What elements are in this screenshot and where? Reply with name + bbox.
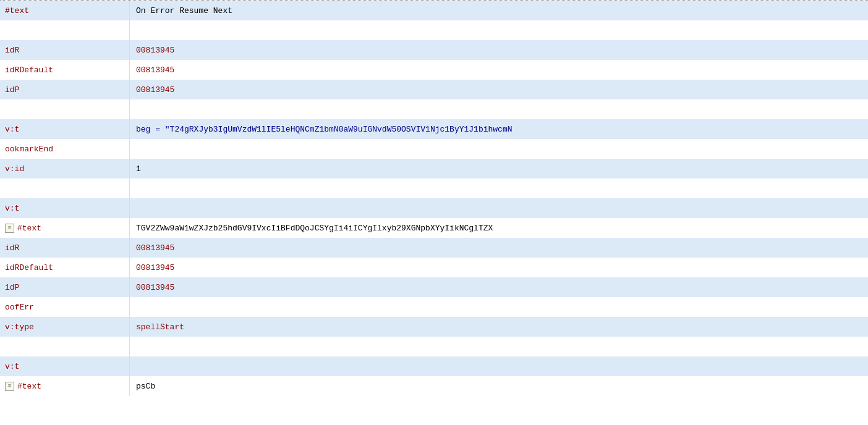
table-row <box>0 99 868 119</box>
left-cell <box>0 179 130 198</box>
right-cell: psCb <box>130 376 868 396</box>
table-row: idR00813945 <box>0 238 868 258</box>
table-row: oofErr <box>0 297 868 317</box>
left-cell: ookmarkEnd <box>0 139 130 159</box>
right-cell: 00813945 <box>130 60 868 80</box>
table-row <box>0 179 868 198</box>
left-cell: idR <box>0 238 130 258</box>
right-value: 00813945 <box>136 263 174 272</box>
left-label: ookmarkEnd <box>5 145 53 154</box>
right-value: 00813945 <box>136 243 174 253</box>
right-cell: 00813945 <box>130 238 868 258</box>
right-value: 00813945 <box>136 283 174 292</box>
left-label: v:t <box>5 362 19 371</box>
right-value: beg = "T24gRXJyb3IgUmVzdW1lIE5leHQNCmZ1b… <box>136 125 513 134</box>
left-label: v:t <box>5 204 19 213</box>
left-cell <box>0 20 130 40</box>
table-row: #textOn Error Resume Next <box>0 1 868 20</box>
right-value: psCb <box>136 382 155 391</box>
right-cell: beg = "T24gRXJyb3IgUmVzdW1lIE5leHQNCmZ1b… <box>130 119 868 139</box>
table-row: idP00813945 <box>0 277 868 297</box>
left-label: idP <box>5 283 19 292</box>
right-cell <box>130 179 868 198</box>
right-cell: On Error Resume Next <box>130 1 868 20</box>
left-label: v:t <box>5 125 19 134</box>
left-cell <box>0 99 130 119</box>
left-label: idR <box>5 46 19 55</box>
right-value: 00813945 <box>136 46 174 55</box>
left-cell: ≡#text <box>0 218 130 238</box>
table-row: v:typespellStart <box>0 317 868 337</box>
left-label: #text <box>5 6 29 15</box>
right-value: 00813945 <box>136 65 174 75</box>
table-row: ≡#textTGV2ZWw9aW1wZXJzb25hdGV9IVxcIiBFdD… <box>0 218 868 238</box>
table-row: idR00813945 <box>0 40 868 60</box>
left-label: #text <box>17 224 41 233</box>
right-cell <box>130 20 868 40</box>
main-container: #textOn Error Resume NextidR00813945idRD… <box>0 0 868 425</box>
right-cell: 00813945 <box>130 80 868 99</box>
node-icon: ≡ <box>5 224 14 233</box>
right-cell: 00813945 <box>130 277 868 297</box>
left-cell <box>0 337 130 356</box>
right-value: TGV2ZWw9aW1wZXJzb25hdGV9IVxcIiBFdDQoJCSY… <box>136 224 493 233</box>
table-row: v:tbeg = "T24gRXJyb3IgUmVzdW1lIE5leHQNCm… <box>0 119 868 139</box>
left-label: #text <box>17 382 41 391</box>
right-cell <box>130 337 868 356</box>
left-cell: idRDefault <box>0 258 130 277</box>
left-cell: idRDefault <box>0 60 130 80</box>
left-cell: v:t <box>0 119 130 139</box>
left-cell: #text <box>0 1 130 20</box>
left-label: idR <box>5 243 19 253</box>
right-cell <box>130 198 868 218</box>
left-cell: idP <box>0 80 130 99</box>
left-cell: v:type <box>0 317 130 337</box>
data-table: #textOn Error Resume NextidR00813945idRD… <box>0 0 868 425</box>
right-cell: 1 <box>130 159 868 179</box>
left-label: idRDefault <box>5 65 53 75</box>
table-row <box>0 20 868 40</box>
right-value: spellStart <box>136 322 184 332</box>
left-cell: oofErr <box>0 297 130 317</box>
right-cell <box>130 99 868 119</box>
table-row <box>0 337 868 356</box>
table-row: ≡#textpsCb <box>0 376 868 396</box>
right-value: 00813945 <box>136 85 174 95</box>
left-label: oofErr <box>5 303 34 312</box>
left-cell: v:id <box>0 159 130 179</box>
right-cell <box>130 139 868 159</box>
right-cell: 00813945 <box>130 40 868 60</box>
left-cell: v:t <box>0 198 130 218</box>
table-row: v:t <box>0 356 868 376</box>
left-cell: idR <box>0 40 130 60</box>
left-label: idRDefault <box>5 263 53 272</box>
table-row: v:t <box>0 198 868 218</box>
right-cell <box>130 356 868 376</box>
left-cell: v:t <box>0 356 130 376</box>
left-cell: ≡#text <box>0 376 130 396</box>
right-cell: 00813945 <box>130 258 868 277</box>
table-row: v:id1 <box>0 159 868 179</box>
right-cell <box>130 297 868 317</box>
table-row: idRDefault00813945 <box>0 60 868 80</box>
right-cell: spellStart <box>130 317 868 337</box>
left-label: idP <box>5 85 19 95</box>
right-cell: TGV2ZWw9aW1wZXJzb25hdGV9IVxcIiBFdDQoJCSY… <box>130 218 868 238</box>
left-cell: idP <box>0 277 130 297</box>
right-value: 1 <box>136 164 141 174</box>
left-label: v:type <box>5 322 34 332</box>
right-value: On Error Resume Next <box>136 6 232 15</box>
table-row: ookmarkEnd <box>0 139 868 159</box>
table-row: idRDefault00813945 <box>0 258 868 277</box>
left-label: v:id <box>5 164 24 174</box>
table-row: idP00813945 <box>0 80 868 99</box>
node-icon: ≡ <box>5 382 14 391</box>
